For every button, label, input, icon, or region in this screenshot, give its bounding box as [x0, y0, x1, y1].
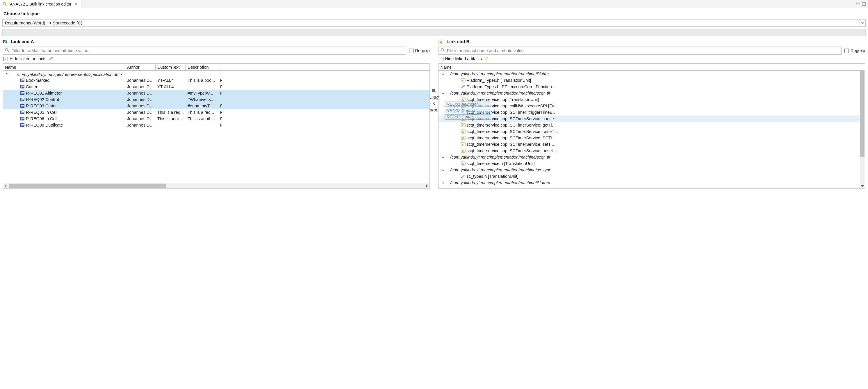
- col-description[interactable]: ⋮Description: [186, 64, 218, 70]
- pencil-icon[interactable]: [484, 56, 489, 61]
- col-author[interactable]: ⋮Author: [125, 64, 156, 70]
- regexp-a-label: Regexp: [415, 48, 430, 53]
- tree-b-row[interactable]: sc_types.h [TranslationUnit]: [439, 173, 865, 180]
- col-customtext[interactable]: ⋮CustomText: [156, 64, 186, 70]
- tree-b-row[interactable]: /com.yakindu.yt.mt.c/implementation/mach…: [439, 154, 865, 160]
- row-author: Johannes Di...: [125, 110, 156, 115]
- row-label: Platform_Types.h::PT_executeCore [Functi…: [467, 84, 560, 89]
- tree-a-row[interactable]: BookmarkedJohannes Di...YT-ALL4This is a…: [3, 77, 430, 84]
- col-name[interactable]: Name: [439, 64, 560, 70]
- tree-b-row[interactable]: /com.yakindu.yt.mt.c/implementation/mach…: [439, 71, 865, 77]
- scroll-thumb[interactable]: [860, 69, 865, 157]
- tree-b-row[interactable]: /com.yakindu.yt.mt.c/implementation/mach…: [439, 167, 865, 173]
- filter-b-input[interactable]: [438, 47, 842, 55]
- tree-b-vscrollbar[interactable]: [860, 64, 865, 188]
- tree-b-row[interactable]: scqt_timerservice.cpp::SCTimer::triggerT…: [439, 109, 865, 116]
- row-author: Johannes Di...: [125, 103, 156, 109]
- chevron-down-icon[interactable]: [5, 71, 9, 76]
- word-icon: [20, 110, 25, 115]
- c-icon: [461, 123, 466, 127]
- link-type-value: Requirements (Word) --> Sourcecode (C): [3, 21, 860, 25]
- analyze-icon: [2, 2, 7, 6]
- drag-drop-hint: Drag & drop: [430, 39, 438, 112]
- chevron-right-icon[interactable]: [440, 181, 444, 184]
- c-icon: [461, 116, 466, 121]
- chevron-down-icon: [860, 20, 865, 27]
- row-label: scqt_timerservice.cpp::SCTimerService::u…: [467, 148, 560, 153]
- tree-b-header: Name: [439, 64, 865, 71]
- row-description: #myType:W...: [186, 90, 218, 96]
- c-icon: [461, 110, 466, 115]
- tree-a-row[interactable]: R-REQ01 AltimeterJohannes Di...#myType:W…: [3, 90, 430, 96]
- tree-b-row[interactable]: scqt_timerservice.cpp::SCTimerService::S…: [439, 135, 865, 141]
- tree-b-row[interactable]: scqt_timerservice.h [TranslationUnit]: [439, 160, 865, 167]
- tree-b-row[interactable]: scqt_timerservice.cpp::SCTimerService::g…: [439, 122, 865, 128]
- row-label: scqt_timerservice.cpp::callHW_executeSPI…: [467, 103, 560, 108]
- tree-b-row[interactable]: scqt_timerservice.cpp::SCTimerService::s…: [439, 141, 865, 148]
- editor-tab[interactable]: ANALYZE Bulk link creation editor ✕: [0, 0, 82, 8]
- tree-b-row[interactable]: /com.yakindu.yt.mt.c/implementation/mach…: [439, 180, 865, 186]
- row-author: Johannes Di...: [125, 84, 156, 89]
- tree-a-row[interactable]: R-REQ05 In CellJohannes Di...This is a r…: [3, 109, 430, 116]
- chevron-down-icon[interactable]: [440, 91, 444, 95]
- scroll-down-icon[interactable]: [860, 183, 865, 188]
- pane-link-end-b: Link end B Regexp Hide linked artifacts: [438, 39, 865, 188]
- minimize-view-button[interactable]: [856, 2, 861, 6]
- tree-a: Name ⋮Author ⋮CustomText ⋮Description ⋮ …: [3, 63, 430, 188]
- row-label: Platform_Types.h [TranslationUnit]: [467, 78, 531, 83]
- hide-linked-b-checkbox[interactable]: Hide linked artifacts: [439, 56, 482, 61]
- hide-linked-a-checkbox[interactable]: Hide linked artifacts: [3, 56, 46, 61]
- row-label: scqt_timerservice.cpp::SCTimerService::g…: [467, 123, 560, 127]
- filter-a-input[interactable]: [3, 47, 406, 55]
- tree-a-hscrollbar[interactable]: [3, 183, 430, 188]
- maximize-view-button[interactable]: [862, 2, 866, 6]
- row-author: Johannes Di...: [125, 122, 156, 128]
- chevron-down-icon[interactable]: [440, 168, 444, 171]
- tree-b-row[interactable]: /com.yakindu.yt.mt.c/implementation/mach…: [439, 90, 865, 96]
- tree-b-row[interactable]: scqt_timerservice.cpp::SCTimerService::u…: [439, 148, 865, 154]
- c-icon: [461, 148, 466, 153]
- word-icon: [3, 39, 7, 44]
- row-customtext: This is anoth...: [156, 116, 186, 121]
- tree-b: Name /com.yakindu.yt.mt.c/implementation…: [438, 63, 865, 188]
- tree-a-root[interactable]: /com.yakindu.yt.mt.spec/requirements/spe…: [3, 71, 430, 77]
- pane-a-title: Link end A: [11, 39, 34, 44]
- scroll-left-icon[interactable]: [3, 183, 8, 188]
- filter-b-field[interactable]: [446, 48, 840, 53]
- row-description: #enum:myT...: [186, 103, 218, 109]
- c-icon: [461, 136, 466, 140]
- tree-b-row[interactable]: scqt_timerservice.cpp::SCTimerService::r…: [439, 128, 865, 135]
- scroll-thumb[interactable]: [9, 184, 166, 188]
- tree-b-row[interactable]: scqt_timerservice.cpp::callHW_executeSPI…: [439, 103, 865, 109]
- tree-a-row[interactable]: R-REQ06 In CellJohannes Di...This is ano…: [3, 116, 430, 122]
- tree-a-row[interactable]: R-REQ03 CutterJohannes Di...#enum:myT...…: [3, 103, 430, 109]
- tree-b-row[interactable]: scqt_timerservice.cpp::SCTimerService::c…: [439, 116, 865, 122]
- pencil-icon[interactable]: [49, 56, 54, 61]
- filter-a-field[interactable]: [11, 48, 404, 53]
- regexp-b-checkbox[interactable]: Regexp: [844, 48, 865, 53]
- row-description: This is a boo...: [186, 78, 218, 83]
- close-icon[interactable]: ✕: [73, 2, 78, 6]
- search-icon: [5, 48, 9, 54]
- row-label: scqt_timerservice.cpp::SCTimer::triggerT…: [467, 110, 560, 115]
- row-description: [186, 125, 218, 125]
- col-name[interactable]: Name: [3, 64, 125, 70]
- link-type-combo[interactable]: Requirements (Word) --> Sourcecode (C): [2, 19, 866, 27]
- tree-b-row[interactable]: scqt_timerservice.cpp [TranslationUnit]: [439, 96, 865, 103]
- chevron-down-icon[interactable]: [440, 155, 444, 158]
- row-label: /com.yakindu.yt.mt.c/implementation/mach…: [451, 71, 549, 76]
- row-customtext: YT-ALL4: [156, 78, 186, 83]
- tree-b-row[interactable]: Platform_Types.h [TranslationUnit]: [439, 77, 865, 84]
- tree-a-row[interactable]: R-REQ02 ControlJohannes Di...#Whatever.s…: [3, 96, 430, 103]
- row-label: /com.yakindu.yt.mt.c/implementation/mach…: [451, 168, 551, 172]
- word-icon: [20, 103, 25, 108]
- scroll-right-icon[interactable]: [425, 183, 430, 188]
- tree-a-row[interactable]: R-REQ08 DuplicateJohannes Di...F: [3, 122, 430, 128]
- regexp-a-checkbox[interactable]: Regexp: [409, 48, 430, 53]
- chevron-down-icon[interactable]: [440, 72, 444, 76]
- word-icon: [20, 123, 25, 127]
- tree-b-row[interactable]: Platform_Types.h::PT_executeCore [Functi…: [439, 84, 865, 90]
- tree-a-row[interactable]: CutterJohannes Di...YT-ALL4F: [3, 84, 430, 90]
- choose-link-type-label: Choose link type: [3, 11, 865, 16]
- row-description: This is anoth...: [186, 116, 218, 121]
